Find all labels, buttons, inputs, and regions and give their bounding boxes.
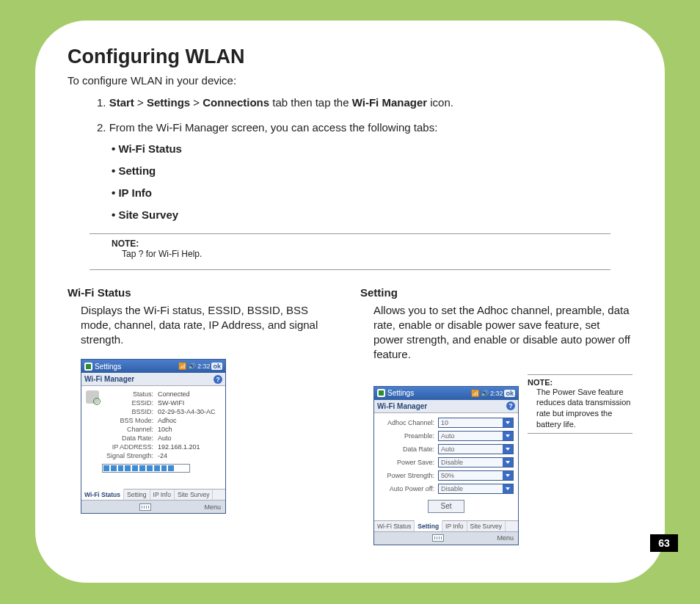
tab-setting: Setting	[124, 490, 150, 500]
two-column-area: Wi-Fi Status Displays the Wi-Fi status, …	[68, 286, 632, 545]
wifi-status-desc: Displays the Wi-Fi status, ESSID, BSSID,…	[81, 303, 340, 348]
ok-button: ok	[211, 363, 222, 370]
intro-text: To configure WLAN in your device:	[68, 74, 632, 87]
screenshot-wifi-status: Settings 📶🔊2:32ok Wi-Fi Manager ? Status…	[81, 359, 226, 514]
chevron-down-icon	[503, 458, 513, 467]
note-wifi-help: NOTE: Tap ? for Wi-Fi Help.	[112, 239, 632, 259]
tab-wifi-status: Wi-Fi Status	[81, 489, 124, 500]
combo-power-save: Disable	[438, 457, 514, 467]
wifi-icon	[86, 390, 99, 404]
combo-power-strength: 50%	[438, 470, 514, 481]
bullet-ip-info: IP Info	[112, 186, 632, 200]
keyboard-icon	[432, 534, 444, 542]
phone-tabs: Wi-Fi Status Setting IP Info Site Survey	[81, 489, 225, 500]
tabs-bullet-list: Wi-Fi Status Setting IP Info Site Survey	[112, 142, 632, 223]
bullet-setting: Setting	[112, 164, 632, 178]
tab-setting: Setting	[415, 520, 442, 531]
system-tray: 📶🔊2:32ok	[178, 363, 222, 370]
start-icon	[84, 363, 92, 371]
col-setting: Setting Allows you to set the Adhoc chan…	[360, 286, 632, 545]
combo-preamble: Auto	[438, 431, 514, 441]
page-title: Configuring WLAN	[68, 46, 632, 68]
keyboard-icon	[139, 503, 151, 511]
setting-heading: Setting	[360, 286, 632, 299]
tab-site-survey: Site Survey	[175, 490, 213, 500]
step-1: 1. Start > Settings > Connections tab th…	[97, 95, 632, 110]
chevron-down-icon	[503, 471, 513, 480]
combo-data-rate: Auto	[438, 444, 514, 454]
note-power-save: NOTE: The Power Save feature reduces dat…	[528, 374, 632, 437]
ok-button: ok	[504, 390, 515, 397]
phone-tabs: Wi-Fi Status Setting IP Info Site Survey	[374, 520, 518, 531]
phone-titlebar: Settings 📶🔊2:32ok	[81, 360, 225, 373]
system-tray: 📶🔊2:32ok	[471, 390, 515, 397]
page-number: 63	[650, 534, 678, 552]
chevron-down-icon	[503, 484, 513, 493]
tab-ip-info: IP Info	[150, 490, 175, 500]
combo-auto-power-off: Disable	[438, 484, 514, 494]
bullet-wifi-status: Wi-Fi Status	[112, 142, 632, 156]
wifi-status-heading: Wi-Fi Status	[68, 286, 340, 299]
start-icon	[377, 389, 385, 397]
setting-desc: Allows you to set the Adhoc channel, pre…	[373, 303, 632, 363]
help-icon: ?	[506, 401, 515, 410]
phone-subheader: Wi-Fi Manager ?	[81, 373, 225, 386]
set-button: Set	[428, 500, 464, 513]
col-wifi-status: Wi-Fi Status Displays the Wi-Fi status, …	[68, 286, 340, 545]
phone-subheader: Wi-Fi Manager ?	[374, 400, 518, 413]
titlebar-text: Settings	[95, 363, 121, 371]
tab-site-survey: Site Survey	[467, 521, 506, 531]
phone-softkeys: Menu	[81, 500, 225, 513]
step-2: 2. From the Wi-Fi Manager screen, you ca…	[97, 120, 632, 222]
combo-adhoc-channel: 10	[438, 418, 514, 428]
screenshot-setting: Settings 📶🔊2:32ok Wi-Fi Manager ? Adhoc …	[373, 386, 519, 545]
signal-bar	[102, 464, 190, 473]
chevron-down-icon	[503, 445, 513, 454]
divider	[90, 269, 610, 270]
phone-softkeys: Menu	[374, 531, 518, 545]
steps-list: 1. Start > Settings > Connections tab th…	[97, 95, 632, 223]
divider	[90, 233, 610, 234]
chevron-down-icon	[503, 432, 513, 440]
bullet-site-survey: Site Survey	[112, 208, 632, 222]
tab-wifi-status: Wi-Fi Status	[374, 521, 415, 531]
phone-titlebar: Settings 📶🔊2:32ok	[374, 387, 518, 400]
tab-ip-info: IP Info	[442, 521, 467, 531]
phone-body-status: Status:Connected ESSID:SW-WIFI BSSID:02-…	[81, 386, 225, 489]
document-page: Configuring WLAN To configure WLAN in yo…	[35, 21, 665, 583]
help-icon: ?	[214, 375, 222, 384]
phone-body-setting: Adhoc Channel:10 Preamble:Auto Data Rate…	[374, 413, 518, 520]
chevron-down-icon	[503, 418, 513, 427]
